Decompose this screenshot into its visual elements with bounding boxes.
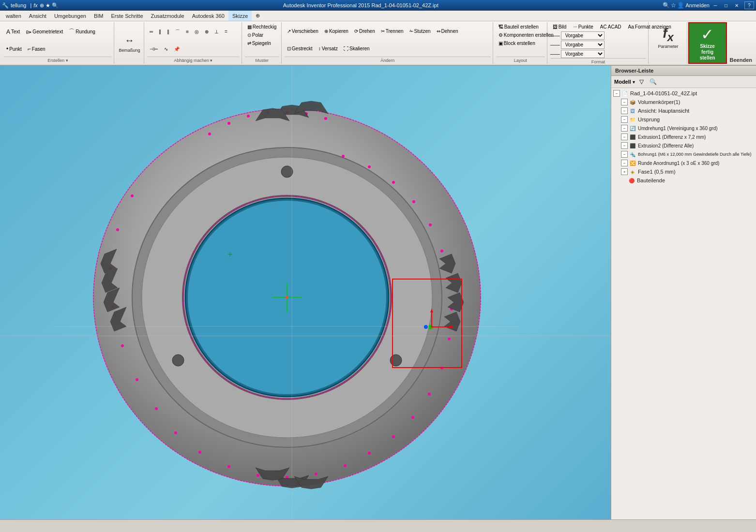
btn-tangential[interactable]: ⌒ (173, 23, 182, 40)
btn-komponenten-erstellen[interactable]: ⚙ Komponenten erstellen (496, 31, 545, 39)
menu-ansicht[interactable]: Ansicht (25, 11, 50, 21)
filter-btn[interactable]: ▽ (637, 77, 647, 86)
tree-item-bauteilende[interactable]: 🔴 Bauteilende (611, 176, 756, 185)
tree-item-volumen[interactable]: − 📦 Volumenkörper(1) (611, 98, 756, 106)
btn-rundung[interactable]: ⌒Rundung (66, 23, 98, 40)
vorgabe-select-1[interactable]: Vorgabe (561, 31, 605, 40)
tree-item-ursprung[interactable]: − 📁 Ursprung (611, 115, 756, 124)
tree-item-extrusion1[interactable]: − ⬛ Extrusion1 (Differenz x 7,2 mm) (611, 133, 756, 141)
btn-gleich[interactable]: = (222, 23, 230, 40)
btn-fasen[interactable]: ⌐Fasen (25, 41, 48, 57)
tree-item-umdrehung[interactable]: − 🔄 Umdrehung1 (Vereinigung x 360 grd) (611, 124, 756, 133)
expand-bohrung[interactable]: − (621, 151, 628, 158)
layout-label: Layout (496, 57, 545, 63)
menu-umgebungen[interactable]: Umgebungen (50, 11, 90, 21)
btn-vertikal[interactable]: ‖ (156, 23, 164, 40)
model-dropdown-area: Modell ▾ (614, 79, 635, 85)
btn-dehnen[interactable]: ⇔ Dehnen (434, 23, 461, 40)
btn-acad[interactable]: AC ACAD (598, 23, 624, 30)
svg-point-41 (440, 367, 443, 369)
btn-konzentrisch[interactable]: ◎ (192, 23, 201, 40)
model-dropdown-arrow[interactable]: ▾ (633, 79, 635, 85)
btn-kopieren[interactable]: ⊕ Kopieren (322, 23, 351, 40)
tree-item-extrusion2[interactable]: − ⬛ Extrusion2 (Differenz Alle) (611, 141, 756, 150)
btn-rechteckig[interactable]: ▦ Rechteckig (245, 23, 279, 30)
menu-zusatzmodule[interactable]: Zusatzmodule (147, 11, 188, 21)
expand-ursprung[interactable]: − (621, 116, 628, 123)
btn-glatt[interactable]: ∿ (162, 41, 170, 57)
btn-skalieren[interactable]: ⛶ Skalieren (341, 41, 372, 57)
svg-point-20 (247, 115, 250, 118)
menu-plus[interactable]: ⊕ (252, 11, 264, 21)
tree-item-fase[interactable]: + ◈ Fase1 (0,5 mm) (611, 167, 756, 176)
versatz-icon: ↕ (318, 46, 321, 51)
btn-kolinear[interactable]: ≡ (183, 23, 191, 40)
vorgabe-select-2[interactable]: Vorgabe (561, 41, 605, 49)
expand-umdrehung[interactable]: − (621, 125, 628, 132)
ribbon-group-bemaszung: ↔ Bemaßung (115, 22, 144, 64)
menu-walten[interactable]: walten (2, 11, 25, 21)
expand-extrusion2[interactable]: − (621, 142, 628, 149)
btn-trennen[interactable]: ✂ Trennen (378, 23, 406, 40)
komponenten-icon: ⚙ (499, 32, 503, 38)
expand-ansicht[interactable]: − (621, 107, 628, 114)
bild-icon: 🖼 (553, 24, 558, 30)
btn-bauteil-erstellen[interactable]: 🏗 Bauteil erstellen (496, 23, 545, 30)
menu-bim[interactable]: BIM (90, 11, 107, 21)
vorgabe-select-3[interactable]: Vorgabe (561, 50, 605, 58)
viewport[interactable]: // teeth generated in the loop below (0, 66, 611, 519)
search-btn[interactable]: 🔍 (649, 77, 658, 86)
tree-item-bohrung[interactable]: − 🔩 Bohrung1 (M6 x 12,000 mm Gewindetief… (611, 150, 756, 159)
btn-versatz[interactable]: ↕ Versatz (316, 41, 340, 57)
expand-extrusion1[interactable]: − (621, 133, 628, 140)
btn-punkt[interactable]: •Punkt (4, 41, 24, 57)
btn-horizontal[interactable]: ═ (147, 23, 155, 40)
btn-polar[interactable]: ⊙ Polar (245, 31, 279, 39)
btn-stutzen[interactable]: ✁ Stutzen (407, 23, 433, 40)
btn-fixiert[interactable]: 📌 (171, 41, 182, 57)
finish-section[interactable]: ✓ Skizzefertig stellen (688, 22, 727, 64)
menu-skizze[interactable]: Skizze (228, 11, 252, 21)
btn-block-erstellen[interactable]: ▣ Block erstellen (496, 40, 545, 47)
expand-volumen[interactable]: − (621, 99, 628, 105)
btn-parallel[interactable]: ∥ (165, 23, 172, 40)
minimize-btn[interactable]: ─ (711, 1, 720, 9)
erstellen-label[interactable]: Erstellen ▾ (4, 57, 112, 63)
menu-autodesk360[interactable]: Autodesk 360 (188, 11, 228, 21)
btn-koinzident[interactable]: ⊕ (202, 23, 211, 40)
svg-point-35 (315, 473, 318, 475)
btn-punkte[interactable]: ··· Punkte (571, 23, 595, 30)
btn-drehen[interactable]: ⟳ Drehen (352, 23, 378, 40)
btn-spiegeln[interactable]: ⇌ Spiegeln (245, 40, 279, 47)
svg-point-45 (440, 250, 443, 252)
btn-verschieben[interactable]: ↗ Verschieben (285, 23, 321, 40)
fasen-icon: ⌐ (28, 45, 31, 52)
btn-text[interactable]: AText (4, 23, 22, 40)
close-btn[interactable]: ✕ (732, 1, 741, 9)
dash-icon3: —— (550, 51, 560, 57)
btn-bild[interactable]: 🖼 Bild (550, 23, 569, 30)
menu-erste-schritte[interactable]: Erste Schritte (107, 11, 147, 21)
tangential-icon: ⌒ (175, 29, 180, 35)
expand-runde[interactable]: − (621, 160, 628, 166)
geometrietext-icon: ⌲ (26, 29, 31, 35)
expand-fase[interactable]: + (621, 168, 628, 175)
help-btn[interactable]: ? (744, 1, 754, 9)
btn-parameter[interactable]: fx Parameter (653, 23, 682, 51)
expand-root[interactable]: − (613, 90, 620, 97)
tree-item-runde[interactable]: − 🔀 Runde Anordnung1 (x 3 oE x 360 grd) (611, 159, 756, 167)
btn-geometrietext[interactable]: ⌲Geometrietext (23, 23, 65, 40)
restore-btn[interactable]: □ (721, 1, 731, 9)
btn-gestreckt[interactable]: ⊡ Gestreckt (285, 41, 315, 57)
status-bar (0, 519, 756, 529)
tree-item-root[interactable]: − 📄 Rad_1-04-01051-02_42Z.ipt (611, 89, 756, 98)
bauteil-icon: 🏗 (499, 24, 503, 30)
btn-symmetrisch[interactable]: ⊣⊢ (147, 41, 161, 57)
tree-item-ansicht[interactable]: − 🖼 Ansicht: Hauptansicht (611, 106, 756, 115)
acad-icon: AC (600, 24, 607, 30)
abhaengig-label[interactable]: Abhängig machen ▾ (147, 57, 240, 63)
btn-senkrecht[interactable]: ⊥ (212, 23, 221, 40)
btn-bemaszung[interactable]: ↔ Bemaßung (117, 30, 143, 55)
parameter-group-label (653, 62, 682, 63)
anmelden-btn[interactable]: Anmelden (685, 2, 710, 8)
